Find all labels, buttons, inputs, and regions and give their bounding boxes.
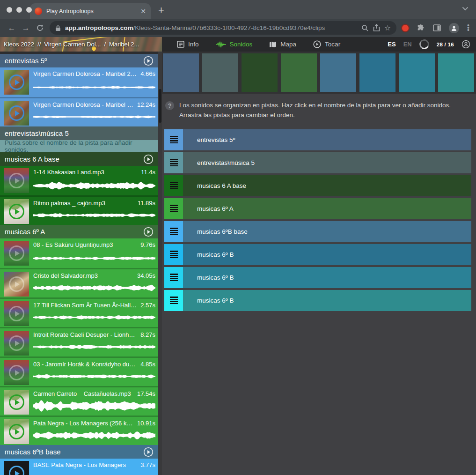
- clip-row[interactable]: Virgen Carmen Dolorosa - Maribel 2.mp34.…: [0, 67, 158, 97]
- side-panel-icon[interactable]: [433, 24, 441, 31]
- track-drag-handle[interactable]: [164, 221, 183, 242]
- clip-thumbnail[interactable]: [4, 461, 29, 475]
- track-drag-handle[interactable]: [164, 175, 183, 196]
- share-icon[interactable]: [373, 24, 380, 32]
- clip-play-overlay-icon[interactable]: [9, 306, 24, 321]
- track-header[interactable]: entrevistas 5º: [0, 54, 158, 67]
- nav-mapa[interactable]: Mapa: [269, 41, 296, 48]
- clip-play-overlay-icon[interactable]: [9, 245, 24, 261]
- clip-row[interactable]: Carmen Carreto _ Castañuelas.mp317.54s: [0, 386, 158, 416]
- clip-thumbnail[interactable]: [4, 70, 29, 95]
- sidebar-scrollbar[interactable]: [158, 52, 162, 475]
- clip-row[interactable]: 17 Till Flickan Som Är Tusen År-Halling …: [0, 297, 158, 327]
- browser-tab[interactable]: Play Antropoloops ✕: [30, 3, 151, 19]
- extensions-puzzle-icon[interactable]: [417, 24, 425, 32]
- track-row-bar[interactable]: entrevistas\música 5: [183, 152, 471, 173]
- clip-thumbnail[interactable]: [4, 419, 29, 444]
- close-window-button[interactable]: [7, 7, 12, 13]
- track-row-bar[interactable]: entrevistas 5º: [183, 129, 471, 150]
- track-row[interactable]: musicas 6º A: [164, 198, 471, 219]
- clip-play-overlay-icon[interactable]: [9, 74, 24, 90]
- clip-row[interactable]: BASE Pata Negra - Los Managers3.77s: [0, 459, 158, 475]
- track-color-square[interactable]: [438, 53, 474, 92]
- track-color-square[interactable]: [202, 53, 238, 92]
- clip-play-overlay-icon[interactable]: [9, 394, 24, 410]
- track-row[interactable]: musicas 6ºB base: [164, 221, 471, 242]
- track-row-bar[interactable]: musicas 6ºB base: [183, 221, 471, 242]
- project-breadcrumb-hero[interactable]: Kleos 2022 // Virgen Carmen Dol... / Mar…: [0, 37, 162, 52]
- clip-play-overlay-icon[interactable]: [9, 173, 24, 188]
- reload-icon[interactable]: [33, 24, 47, 32]
- track-color-square[interactable]: [242, 53, 278, 92]
- track-play-button[interactable]: [143, 227, 154, 237]
- track-color-square[interactable]: [163, 53, 199, 92]
- tab-close-icon[interactable]: ✕: [140, 8, 146, 15]
- breadcrumb-project[interactable]: Kleos 2022: [4, 41, 34, 48]
- track-play-icon[interactable]: [143, 227, 154, 237]
- empty-track-hint[interactable]: Pulsa sobre el nombre de la pista para a…: [0, 140, 158, 152]
- clip-thumbnail[interactable]: [4, 272, 29, 297]
- track-header[interactable]: musicas 6ºB base: [0, 445, 158, 459]
- breadcrumb[interactable]: Kleos 2022 // Virgen Carmen Dol... / Mar…: [0, 37, 162, 52]
- scrollbar-thumb[interactable]: [159, 89, 161, 123]
- url-text[interactable]: app.antropoloops.com/Kleos-Santa-Marina/…: [65, 24, 357, 31]
- track-row[interactable]: musicas 6 A base: [164, 175, 471, 196]
- clip-play-overlay-icon[interactable]: [9, 424, 24, 439]
- forward-icon[interactable]: →: [19, 23, 33, 33]
- track-play-button[interactable]: [143, 447, 154, 457]
- track-row-bar[interactable]: musicas 6º B: [183, 267, 471, 288]
- clip-row[interactable]: Virgen Carmen Dolorosa - Maribel 2.mp312…: [0, 97, 158, 126]
- clip-play-overlay-icon[interactable]: [9, 204, 24, 219]
- clip-row[interactable]: 03 - Jaromír Horák & Konrádyho dudácká .…: [0, 356, 158, 386]
- clip-play-overlay-icon[interactable]: [9, 276, 24, 292]
- track-play-icon[interactable]: [143, 447, 154, 457]
- clip-thumbnail[interactable]: [4, 168, 29, 193]
- new-tab-button[interactable]: +: [158, 5, 164, 15]
- clip-thumbnail[interactable]: [4, 241, 29, 266]
- track-header[interactable]: entrevistas\música 5: [0, 126, 158, 140]
- record-extension-icon[interactable]: [402, 25, 409, 31]
- clip-thumbnail[interactable]: [4, 390, 29, 415]
- track-drag-handle[interactable]: [164, 267, 183, 288]
- track-drag-handle[interactable]: [164, 129, 183, 150]
- lang-es-button[interactable]: ES: [388, 41, 395, 48]
- clip-row[interactable]: Pata Negra - Los Managers (256 kbps).mp3…: [0, 416, 158, 445]
- track-drag-handle[interactable]: [164, 198, 183, 219]
- clip-thumbnail[interactable]: [4, 360, 29, 385]
- lock-icon[interactable]: [55, 25, 61, 31]
- clip-row[interactable]: 08 - Es Sakūru Uguntiņu.mp39.76s: [0, 238, 158, 268]
- nav-info[interactable]: Info: [177, 41, 199, 48]
- track-header[interactable]: musicas 6 A base: [0, 152, 158, 166]
- track-row[interactable]: musicas 6º B: [164, 267, 471, 288]
- browser-menu-kebab-icon[interactable]: •••: [467, 24, 469, 31]
- track-play-button[interactable]: [143, 56, 154, 66]
- browser-profile-avatar[interactable]: [449, 23, 459, 33]
- track-row[interactable]: musicas 6º B: [164, 290, 471, 311]
- track-play-icon[interactable]: [143, 56, 154, 66]
- clip-play-overlay-icon[interactable]: [9, 105, 24, 121]
- track-row-bar[interactable]: musicas 6 A base: [183, 175, 471, 196]
- clip-play-overlay-icon[interactable]: [9, 335, 24, 351]
- clip-row[interactable]: Introit Rorate Caeli Desuper - Lionheart…: [0, 327, 158, 356]
- breadcrumb-track[interactable]: Maribel 2...: [109, 41, 139, 48]
- track-header[interactable]: musicas 6º A: [0, 225, 158, 238]
- zoom-page-icon[interactable]: [361, 24, 369, 32]
- track-color-square[interactable]: [320, 53, 356, 92]
- clip-thumbnail[interactable]: [4, 199, 29, 224]
- clip-row[interactable]: Cristo del Salvador.mp334.05s: [0, 268, 158, 297]
- breadcrumb-audioset[interactable]: Virgen Carmen Dol...: [44, 41, 101, 48]
- back-icon[interactable]: ←: [5, 23, 19, 33]
- track-drag-handle[interactable]: [164, 290, 183, 311]
- track-row-bar[interactable]: musicas 6º B: [183, 290, 471, 311]
- minimize-window-button[interactable]: [16, 7, 22, 13]
- clip-play-overlay-icon[interactable]: [9, 365, 24, 380]
- track-row-bar[interactable]: musicas 6º B: [183, 244, 471, 265]
- account-icon[interactable]: [461, 40, 470, 49]
- address-bar[interactable]: app.antropoloops.com/Kleos-Santa-Marina/…: [50, 21, 396, 35]
- bookmark-star-icon[interactable]: ☆: [384, 23, 391, 32]
- clip-thumbnail[interactable]: [4, 331, 29, 356]
- track-row-bar[interactable]: musicas 6º A: [183, 198, 471, 219]
- zoom-window-button[interactable]: [26, 7, 32, 13]
- tab-search-chevron-icon[interactable]: [462, 7, 469, 11]
- clip-row[interactable]: 1-14 Khakasian Land.mp311.4s: [0, 166, 158, 195]
